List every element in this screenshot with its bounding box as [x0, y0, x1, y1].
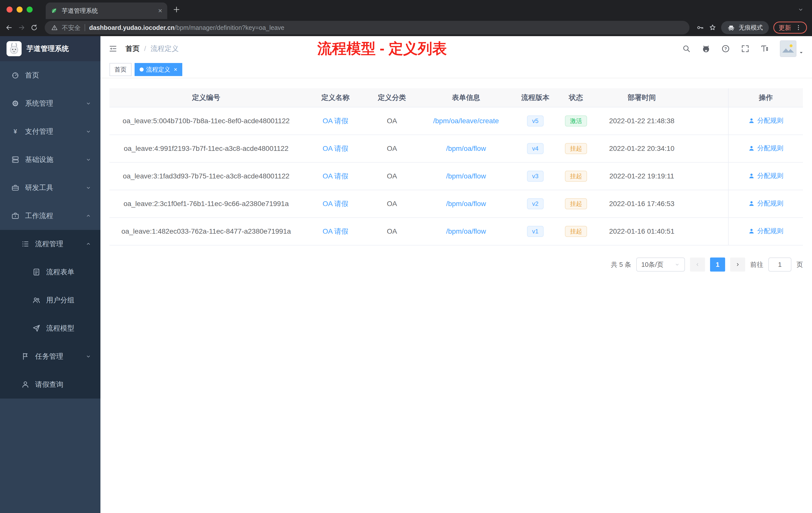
new-tab-button[interactable]: [172, 5, 181, 14]
user-solid-icon: [748, 228, 755, 234]
assign-rule-link[interactable]: 分配规则: [748, 227, 783, 235]
column-header: 定义分类: [368, 93, 416, 102]
back-button[interactable]: [5, 24, 13, 32]
form-link[interactable]: /bpm/oa/flow: [446, 145, 486, 152]
zoom-window-button[interactable]: [27, 6, 33, 12]
assign-rule-label: 分配规则: [757, 116, 783, 125]
column-header: 定义名称: [303, 93, 368, 102]
fullscreen-button[interactable]: [741, 44, 750, 53]
prev-page-button[interactable]: [690, 258, 705, 272]
page-unit-label: 页: [796, 260, 803, 269]
user-group-icon: [32, 296, 41, 304]
sidebar-item-leave-query[interactable]: 请假查询: [0, 370, 100, 398]
sidebar-item-process-manage[interactable]: 流程管理: [0, 230, 100, 258]
security-warning-icon[interactable]: [51, 24, 58, 31]
form-link[interactable]: /bpm/oa/flow: [446, 172, 486, 180]
sidebar-item-payment[interactable]: ¥支付管理: [0, 117, 100, 146]
goto-page-input[interactable]: [768, 258, 791, 272]
next-page-button[interactable]: [730, 258, 745, 272]
sidebar-item-process-form[interactable]: 流程表单: [0, 258, 100, 286]
assign-rule-label: 分配规则: [757, 199, 783, 208]
definition-name-link[interactable]: OA 请假: [323, 117, 348, 125]
version-badge: v5: [527, 116, 543, 126]
column-header: 部署时间: [598, 93, 686, 102]
sidebar-item-process-model[interactable]: 流程模型: [0, 314, 100, 342]
page-number-button[interactable]: 1: [710, 258, 725, 272]
sidebar-item-label: 流程管理: [35, 239, 63, 249]
assign-rule-link[interactable]: 分配规则: [748, 144, 783, 153]
avatar-image: [780, 40, 796, 57]
column-header: 操作: [729, 93, 803, 102]
bookmark-star-icon[interactable]: [708, 24, 717, 32]
minimize-window-button[interactable]: [17, 6, 23, 12]
assign-rule-link[interactable]: 分配规则: [748, 199, 783, 208]
forward-button[interactable]: [18, 24, 26, 32]
reload-button[interactable]: [30, 24, 38, 32]
definition-name-link[interactable]: OA 请假: [323, 228, 348, 235]
sidebar-item-infrastructure[interactable]: 基础设施: [0, 146, 100, 174]
font-size-button[interactable]: [760, 44, 769, 53]
brand[interactable]: 芋道管理系统: [0, 36, 100, 61]
sidebar-item-user-group[interactable]: 用户分组: [0, 286, 100, 314]
url-host: dashboard.yudao.iocoder.cn: [89, 24, 174, 31]
update-button[interactable]: 更新: [773, 22, 807, 34]
definition-id-cell: oa_leave:2:3c1f0ef1-76b1-11ec-9c66-a2380…: [110, 200, 303, 208]
breadcrumb-separator: /: [144, 45, 146, 53]
definition-name-link[interactable]: OA 请假: [323, 145, 348, 152]
user-solid-icon: [748, 145, 755, 152]
breadcrumb-home[interactable]: 首页: [125, 44, 140, 54]
assign-rule-link[interactable]: 分配规则: [748, 172, 783, 180]
form-link[interactable]: /bpm/oa/flow: [446, 200, 486, 208]
form-link[interactable]: /bpm/oa/leave/create: [433, 117, 499, 125]
definition-name-link[interactable]: OA 请假: [323, 172, 348, 180]
column-header: 表单信息: [416, 93, 516, 102]
definition-name-link[interactable]: OA 请假: [323, 200, 348, 208]
sidebar-item-label: 流程表单: [46, 267, 74, 277]
chevron-right-icon: [735, 262, 741, 267]
sidebar-item-system[interactable]: 系统管理: [0, 89, 100, 117]
chevron-up-icon: [85, 241, 91, 247]
sidebar: 芋道管理系统 首页系统管理¥支付管理基础设施研发工具工作流程流程管理流程表单用户…: [0, 36, 100, 513]
assign-rule-label: 分配规则: [757, 227, 783, 235]
brand-logo: [6, 41, 22, 56]
version-badge: v1: [527, 226, 543, 237]
assign-rule-label: 分配规则: [757, 144, 783, 153]
password-key-icon[interactable]: [696, 24, 704, 32]
browser-tab[interactable]: 芋道管理系统 ×: [46, 2, 167, 19]
user-avatar[interactable]: [780, 40, 804, 57]
sidebar-item-home[interactable]: 首页: [0, 61, 100, 89]
caret-down-icon: [799, 50, 804, 56]
form-link[interactable]: /bpm/oa/flow: [446, 228, 486, 235]
sidebar-item-label: 工作流程: [25, 211, 53, 221]
tab-search-button[interactable]: [798, 6, 804, 13]
chevron-down-icon: [85, 128, 91, 134]
url-text: dashboard.yudao.iocoder.cn/bpm/manager/d…: [89, 24, 284, 31]
page-size-value: 10条/页: [641, 260, 663, 269]
column-header: 定义编号: [110, 93, 303, 102]
task-icon: [21, 352, 30, 361]
github-button[interactable]: [701, 44, 710, 53]
deploy-time-cell: 2022-01-16 17:46:53: [598, 200, 686, 208]
assign-rule-link[interactable]: 分配规则: [748, 116, 783, 125]
definition-id-cell: oa_leave:1:482ec033-762a-11ec-8477-a2380…: [110, 228, 303, 235]
browser-menu-icon[interactable]: [795, 24, 802, 31]
incognito-label: 无痕模式: [739, 24, 763, 32]
sidebar-item-workflow[interactable]: 工作流程: [0, 202, 100, 230]
close-window-button[interactable]: [6, 6, 12, 12]
sidebar-toggle-button[interactable]: [109, 44, 117, 53]
sidebar-item-task-manage[interactable]: 任务管理: [0, 342, 100, 370]
status-badge: 激活: [565, 116, 587, 126]
sidebar-item-devtools[interactable]: 研发工具: [0, 174, 100, 202]
help-button[interactable]: ?: [721, 44, 730, 53]
page-size-select[interactable]: 10条/页: [636, 258, 685, 272]
tag-item[interactable]: 首页: [110, 63, 132, 76]
version-badge: v2: [527, 198, 543, 209]
search-button[interactable]: [682, 44, 691, 53]
annotation-overlay: 流程模型 - 定义列表: [317, 39, 447, 58]
tab-close-icon[interactable]: ×: [158, 7, 162, 15]
server-icon: [11, 155, 20, 164]
tag-active[interactable]: 流程定义×: [135, 63, 182, 76]
tag-close-icon[interactable]: ×: [174, 66, 177, 73]
address-bar[interactable]: 不安全 dashboard.yudao.iocoder.cn/bpm/manag…: [45, 21, 690, 34]
incognito-badge: 无痕模式: [721, 21, 769, 34]
